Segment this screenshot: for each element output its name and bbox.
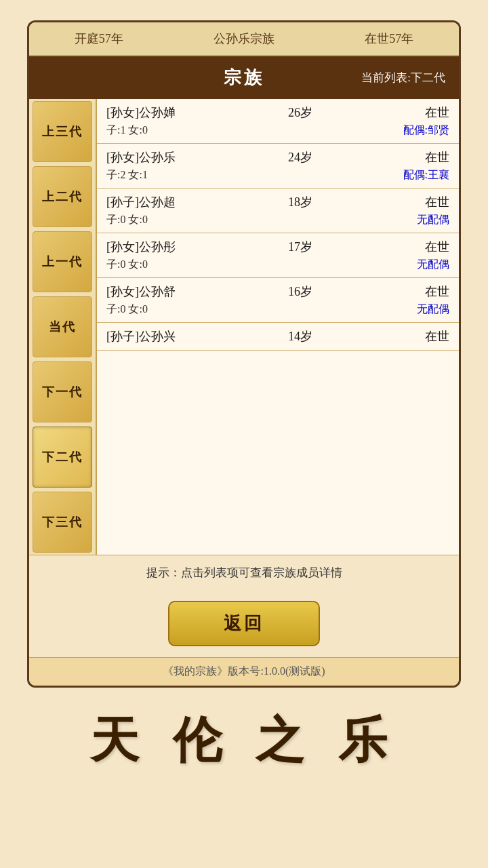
- main-panel: 开庭57年 公孙乐宗族 在世57年 宗族 当前列表:下二代 上三代 上二代: [27, 20, 461, 688]
- hint-text: 提示：点击列表项可查看宗族成员详情: [29, 555, 459, 590]
- sidebar-item-xia1[interactable]: 下一代: [33, 361, 92, 422]
- member-spouse-4: 无配偶: [417, 258, 449, 272]
- top-bar-item-2: 公孙乐宗族: [214, 31, 274, 47]
- top-bar: 开庭57年 公孙乐宗族 在世57年: [29, 22, 459, 56]
- sidebar-item-shang2[interactable]: 上二代: [33, 166, 92, 227]
- member-status-5: 在世: [425, 283, 449, 300]
- member-name-4: [孙女]公孙彤: [106, 239, 176, 255]
- member-spouse-3: 无配偶: [417, 213, 449, 227]
- member-name-6: [孙子]公孙兴: [106, 328, 176, 344]
- member-age-4: 17岁: [288, 239, 312, 255]
- sidebar-item-dangdai[interactable]: 当代: [33, 296, 92, 357]
- member-age-3: 18岁: [288, 194, 312, 210]
- member-children-5: 子:0 女:0: [106, 302, 148, 317]
- member-children-4: 子:0 女:0: [106, 258, 148, 272]
- member-status-6: 在世: [425, 328, 449, 344]
- member-name-5: [孙女]公孙舒: [106, 283, 176, 300]
- return-button[interactable]: 返回: [168, 601, 320, 646]
- member-status-1: 在世: [425, 104, 449, 121]
- content-area: 上三代 上二代 上一代 当代 下一代 下二代 下三代: [29, 99, 459, 555]
- member-spouse-1: 配偶:邹贤: [403, 123, 449, 138]
- big-title: 天 伦 之 乐: [90, 708, 398, 773]
- list-area: [孙女]公孙婵 26岁 在世 子:1 女:0 配偶:邹贤 [孙女]公孙乐 24岁…: [97, 99, 459, 555]
- header-subtitle-value: 下二代: [411, 71, 445, 84]
- list-item[interactable]: [孙子]公孙超 18岁 在世 子:0 女:0 无配偶: [97, 189, 459, 233]
- member-children-3: 子:0 女:0: [106, 213, 148, 227]
- member-name-2: [孙女]公孙乐: [106, 149, 176, 165]
- list-item[interactable]: [孙女]公孙舒 16岁 在世 子:0 女:0 无配偶: [97, 278, 459, 323]
- sidebar-item-shang3[interactable]: 上三代: [33, 101, 92, 162]
- sidebar: 上三代 上二代 上一代 当代 下一代 下二代 下三代: [29, 99, 97, 555]
- member-name-3: [孙子]公孙超: [106, 194, 176, 210]
- sidebar-item-xia3[interactable]: 下三代: [33, 492, 92, 553]
- list-item[interactable]: [孙女]公孙乐 24岁 在世 子:2 女:1 配偶:王襄: [97, 144, 459, 189]
- member-children-2: 子:2 女:1: [106, 168, 148, 182]
- member-age-5: 16岁: [288, 283, 312, 300]
- member-age-6: 14岁: [288, 328, 312, 344]
- sidebar-item-shang1[interactable]: 上一代: [33, 231, 92, 292]
- member-spouse-2: 配偶:王襄: [403, 168, 449, 182]
- header-subtitle: 当前列表:下二代: [361, 70, 445, 85]
- member-name-1: [孙女]公孙婵: [106, 104, 176, 121]
- header-title: 宗族: [224, 66, 264, 90]
- version-text: 《我的宗族》版本号:1.0.0(测试版): [29, 657, 459, 686]
- list-item[interactable]: [孙女]公孙彤 17岁 在世 子:0 女:0 无配偶: [97, 233, 459, 278]
- member-status-3: 在世: [425, 194, 449, 210]
- header: 宗族 当前列表:下二代: [29, 56, 459, 99]
- member-age-1: 26岁: [288, 104, 312, 121]
- member-status-2: 在世: [425, 149, 449, 165]
- member-status-4: 在世: [425, 239, 449, 255]
- sidebar-item-xia2[interactable]: 下二代: [33, 427, 92, 488]
- header-subtitle-label: 当前列表:: [361, 71, 411, 84]
- list-item[interactable]: [孙子]公孙兴 14岁 在世: [97, 323, 459, 351]
- member-age-2: 24岁: [288, 149, 312, 165]
- member-spouse-5: 无配偶: [417, 302, 449, 317]
- app-container: 开庭57年 公孙乐宗族 在世57年 宗族 当前列表:下二代 上三代 上二代: [0, 0, 488, 868]
- btn-return-container: 返回: [29, 590, 459, 657]
- member-children-1: 子:1 女:0: [106, 123, 148, 138]
- top-bar-item-3: 在世57年: [365, 31, 413, 47]
- top-bar-item-1: 开庭57年: [75, 31, 123, 47]
- list-item[interactable]: [孙女]公孙婵 26岁 在世 子:1 女:0 配偶:邹贤: [97, 99, 459, 144]
